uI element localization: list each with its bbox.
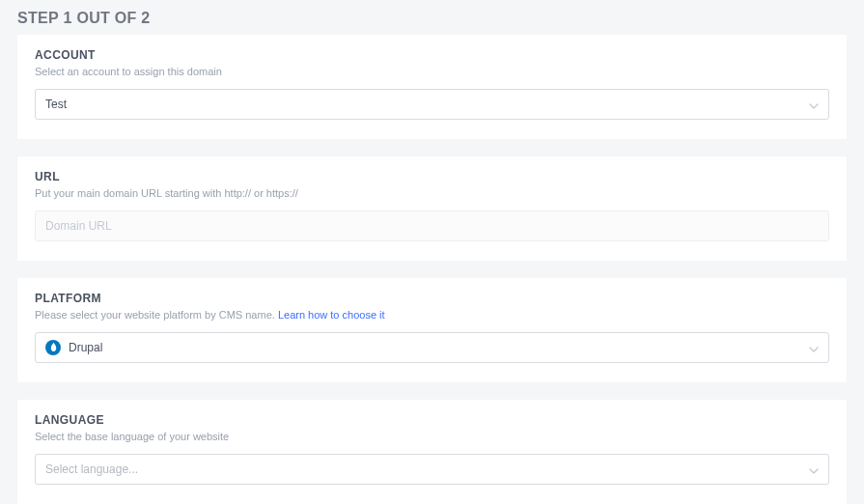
url-title: URL xyxy=(35,170,829,183)
platform-title: PLATFORM xyxy=(35,292,829,305)
page-title: STEP 1 OUT OF 2 xyxy=(0,0,864,35)
account-select[interactable]: Test xyxy=(35,89,829,120)
account-card: ACCOUNT Select an account to assign this… xyxy=(17,35,847,139)
account-title: ACCOUNT xyxy=(35,48,829,62)
account-select-value: Test xyxy=(45,98,809,111)
chevron-down-icon xyxy=(809,461,819,478)
language-desc: Select the base language of your website xyxy=(35,431,829,442)
drupal-icon xyxy=(45,340,61,355)
language-title: LANGUAGE xyxy=(35,413,829,427)
language-select-placeholder: Select language... xyxy=(45,462,809,476)
account-desc: Select an account to assign this domain xyxy=(35,66,829,77)
url-card: URL Put your main domain URL starting wi… xyxy=(17,156,847,261)
chevron-down-icon xyxy=(809,339,819,356)
language-select[interactable]: Select language... xyxy=(35,454,829,485)
language-card: LANGUAGE Select the base language of you… xyxy=(17,400,847,504)
url-input[interactable] xyxy=(35,210,829,241)
chevron-down-icon xyxy=(809,96,819,113)
platform-select-value: Drupal xyxy=(69,341,809,354)
platform-select[interactable]: Drupal xyxy=(35,332,829,363)
platform-desc: Please select your website platform by C… xyxy=(35,309,829,321)
url-desc: Put your main domain URL starting with h… xyxy=(35,187,829,199)
platform-desc-text: Please select your website platform by C… xyxy=(35,309,278,321)
platform-learn-link[interactable]: Learn how to choose it xyxy=(278,309,385,321)
platform-card: PLATFORM Please select your website plat… xyxy=(17,278,847,382)
